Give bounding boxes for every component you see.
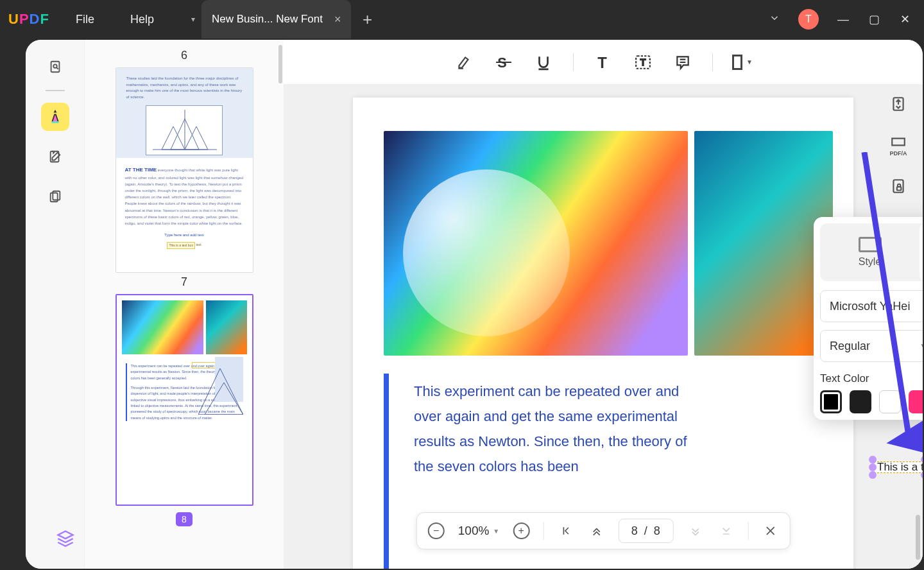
text-color-label: Text Color [820,372,923,385]
body-text: This experiment can be repeated over and… [414,379,690,479]
prism-image-1 [384,131,688,356]
window-gutter [0,39,26,570]
svg-marker-35 [58,531,73,539]
svg-text:T: T [640,57,646,67]
hero-images [384,131,833,356]
shape-tool-icon[interactable]: ▼ [732,52,753,73]
thumbnail-panel[interactable]: 6 These studies laid the foundation for … [85,40,284,569]
user-avatar[interactable]: T [798,9,819,30]
style-rect-icon [859,237,882,252]
swatch-black-selected[interactable] [820,390,842,413]
last-page-button[interactable] [717,522,735,540]
new-tab-button[interactable]: + [351,10,383,30]
prism-image-2 [694,131,833,356]
resize-handle-s[interactable] [921,471,923,479]
comment-tool-button[interactable] [41,103,69,131]
prev-page-button[interactable] [587,522,605,540]
textbox-annotation[interactable]: This is a text box [869,456,923,479]
organize-pages-button[interactable] [41,182,69,211]
resize-handle-sw[interactable] [869,471,877,479]
svg-rect-0 [51,62,59,73]
main-area: S T T ▼ [284,40,923,569]
thumbnail-page-6[interactable]: These studies laid the foundation for th… [116,67,253,273]
window-close[interactable]: ✕ [898,12,911,26]
protect-button[interactable] [887,175,910,198]
tab-title: New Busin... New Font [212,13,323,26]
window-minimize[interactable]: — [837,13,850,26]
zoom-out-button[interactable]: − [427,522,445,540]
reader-view-button[interactable] [41,53,69,81]
swatch-dark[interactable] [850,390,871,413]
zoom-in-button[interactable]: + [512,522,530,540]
toolbar-sep-2 [712,53,713,71]
toolbar-separator [46,90,65,91]
left-toolbar [26,40,85,569]
page-view: This experiment can be repeated over and… [353,98,853,569]
square-icon [732,55,742,70]
document-tab[interactable]: New Busin... New Font × [201,0,351,39]
page-number-input[interactable] [618,519,673,543]
toolbar-sep-1 [573,53,574,71]
swatch-white[interactable] [879,390,901,413]
thumbnail-scrollbar[interactable] [278,45,282,83]
layers-button[interactable] [56,529,74,549]
tab-list-dropdown[interactable]: ▾ [185,0,201,39]
close-nav-button[interactable] [761,522,779,540]
page-navigation-bar: − 100%▼ + [416,512,791,549]
textbox-tool-icon[interactable]: T [633,52,653,73]
svg-rect-12 [215,357,243,402]
strikethrough-icon[interactable]: S [493,52,514,73]
tab-bar: ▾ New Busin... New Font × + [185,0,383,39]
svg-marker-10 [162,126,185,150]
chevron-down-icon: ▼ [920,341,923,350]
thumb-label-7: 7 [114,275,255,289]
font-family-select[interactable]: Microsoft YaHei▼ [820,290,923,322]
font-weight-select[interactable]: Regular▼ [820,330,923,362]
style-tab[interactable]: Style [820,223,920,281]
convert-button[interactable] [887,92,910,116]
edit-tool-button[interactable] [41,142,69,171]
highlighter-icon[interactable] [454,52,474,73]
sticky-note-icon[interactable] [672,52,693,73]
font-tab[interactable]: Aa Font [920,223,923,281]
text-properties-popup: Style Aa Font Microsoft YaHei▼ Regular▼ [814,217,923,420]
app-logo: UPDF [0,11,58,28]
swatch-pink[interactable] [909,390,923,413]
right-toolbar: PDF/A [880,85,916,239]
svg-marker-11 [185,126,208,150]
titlebar: UPDF File Help ▾ New Busin... New Font ×… [0,0,924,39]
textbox-content[interactable]: This is a text box [874,462,923,473]
chevron-down-icon[interactable] [769,12,780,26]
first-page-button[interactable] [556,522,574,540]
thumb-label-6: 6 [114,49,255,62]
current-page-badge: 8 [176,512,193,526]
window-maximize[interactable]: ▢ [868,12,880,26]
thumbnail-page-7[interactable]: This experiment can be repeated over and… [116,294,253,506]
menu-help[interactable]: Help [112,13,172,26]
menu-file[interactable]: File [58,13,112,26]
resize-handle-nw[interactable] [869,456,877,463]
resize-handle-w[interactable] [869,463,877,471]
quote-bar [384,374,389,569]
next-page-button[interactable] [686,522,704,540]
zoom-level[interactable]: 100%▼ [458,524,500,538]
underline-icon[interactable] [533,52,554,73]
color-swatches [820,390,923,413]
annotation-toolbar: S T T ▼ [284,40,923,85]
main-scrollbar[interactable] [916,515,920,560]
svg-rect-33 [897,187,902,190]
tab-close-icon[interactable]: × [334,13,341,26]
chevron-down-icon: ▼ [746,58,753,65]
pdfa-button[interactable]: PDF/A [887,134,910,157]
svg-text:T: T [597,54,607,71]
document-canvas[interactable]: This experiment can be repeated over and… [284,85,923,569]
svg-line-2 [56,67,58,69]
text-tool-icon[interactable]: T [593,52,613,73]
